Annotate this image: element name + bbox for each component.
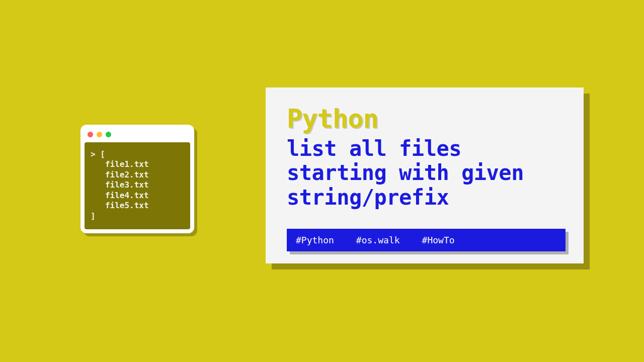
terminal-file: file1.txt <box>105 159 149 169</box>
tag-bar: #Python #os.walk #HowTo <box>287 229 566 251</box>
info-card: Python list all files starting with give… <box>266 87 584 263</box>
card-subtitle: list all files starting with given strin… <box>287 137 566 210</box>
terminal-window: > [ file1.txt file2.txt file3.txt file4.… <box>80 125 194 233</box>
terminal-file: file2.txt <box>105 170 149 179</box>
terminal-close: ] <box>91 211 96 221</box>
maximize-icon <box>106 132 111 137</box>
card-title: Python <box>287 104 566 134</box>
terminal-body: > [ file1.txt file2.txt file3.txt file4.… <box>85 142 190 229</box>
close-icon <box>88 132 93 137</box>
tag: #os.walk <box>356 235 400 245</box>
tag: #Python <box>296 235 334 245</box>
terminal-header <box>85 129 190 142</box>
terminal-prompt: > [ <box>91 149 105 159</box>
tag: #HowTo <box>422 235 455 245</box>
terminal-file: file5.txt <box>105 201 149 210</box>
minimize-icon <box>97 132 102 137</box>
terminal-file: file3.txt <box>105 180 149 190</box>
terminal-file: file4.txt <box>105 191 149 200</box>
